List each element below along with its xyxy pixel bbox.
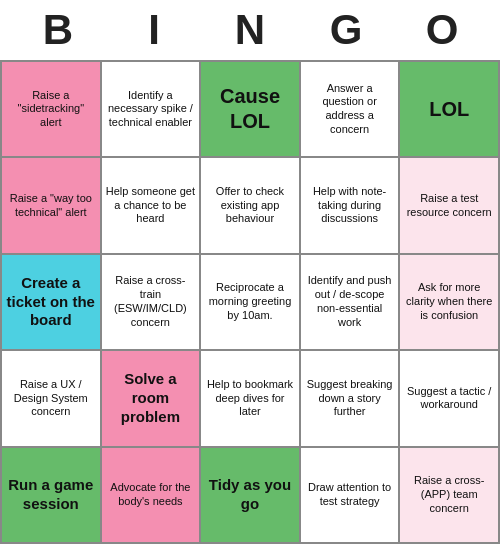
bingo-header: BINGO [0, 0, 500, 60]
bingo-cell-3[interactable]: Answer a question or address a concern [301, 62, 401, 158]
bingo-letter-g: G [302, 6, 390, 54]
bingo-cell-0[interactable]: Raise a "sidetracking" alert [2, 62, 102, 158]
bingo-cell-11[interactable]: Raise a cross-train (ESW/IM/CLD) concern [102, 255, 202, 351]
bingo-cell-5[interactable]: Raise a "way too technical" alert [2, 158, 102, 254]
bingo-letter-b: B [14, 6, 102, 54]
bingo-grid: Raise a "sidetracking" alertIdentify a n… [0, 60, 500, 544]
bingo-cell-19[interactable]: Suggest a tactic / workaround [400, 351, 500, 447]
bingo-cell-7[interactable]: Offer to check existing app behaviour [201, 158, 301, 254]
bingo-cell-22[interactable]: Tidy as you go [201, 448, 301, 544]
bingo-cell-1[interactable]: Identify a necessary spike / technical e… [102, 62, 202, 158]
bingo-cell-4[interactable]: LOL [400, 62, 500, 158]
bingo-cell-16[interactable]: Solve a room problem [102, 351, 202, 447]
bingo-letter-n: N [206, 6, 294, 54]
bingo-cell-2[interactable]: Cause LOL [201, 62, 301, 158]
bingo-cell-8[interactable]: Help with note-taking during discussions [301, 158, 401, 254]
bingo-card: BINGO Raise a "sidetracking" alertIdenti… [0, 0, 500, 544]
bingo-cell-23[interactable]: Draw attention to test strategy [301, 448, 401, 544]
bingo-cell-17[interactable]: Help to bookmark deep dives for later [201, 351, 301, 447]
bingo-cell-21[interactable]: Advocate for the body's needs [102, 448, 202, 544]
bingo-letter-o: O [398, 6, 486, 54]
bingo-cell-20[interactable]: Run a game session [2, 448, 102, 544]
bingo-cell-6[interactable]: Help someone get a chance to be heard [102, 158, 202, 254]
bingo-cell-24[interactable]: Raise a cross-(APP) team concern [400, 448, 500, 544]
bingo-cell-9[interactable]: Raise a test resource concern [400, 158, 500, 254]
bingo-cell-14[interactable]: Ask for more clarity when there is confu… [400, 255, 500, 351]
bingo-letter-i: I [110, 6, 198, 54]
bingo-cell-13[interactable]: Identify and push out / de-scope non-ess… [301, 255, 401, 351]
bingo-cell-18[interactable]: Suggest breaking down a story further [301, 351, 401, 447]
bingo-cell-12[interactable]: Reciprocate a morning greeting by 10am. [201, 255, 301, 351]
bingo-cell-15[interactable]: Raise a UX / Design System concern [2, 351, 102, 447]
bingo-cell-10[interactable]: Create a ticket on the board [2, 255, 102, 351]
